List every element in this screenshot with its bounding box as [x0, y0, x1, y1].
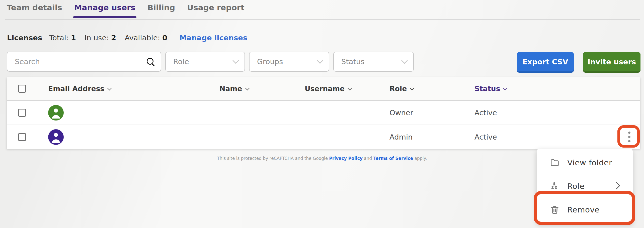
header-email-label: Email Address [48, 85, 104, 93]
filter-row: Role Groups Status [7, 52, 414, 72]
export-csv-button[interactable]: Export CSV [517, 52, 574, 71]
user-avatar [48, 129, 64, 145]
status-cell: Active [474, 108, 640, 117]
chevron-down-icon [232, 57, 239, 64]
table-row: Admin Active [7, 125, 640, 149]
header-email-address[interactable]: Email Address [48, 85, 219, 93]
chevron-down-icon [401, 57, 408, 64]
header-name[interactable]: Name [219, 85, 305, 93]
licenses-summary: Licenses Total: 1 In use: 2 Available: 0… [7, 34, 247, 42]
select-all-checkbox[interactable] [18, 85, 26, 93]
email-cell [48, 129, 219, 145]
status-filter-label: Status [341, 57, 364, 66]
licenses-available: Available: 0 [125, 34, 167, 42]
licenses-in-use-value: 2 [111, 34, 116, 42]
chevron-down-icon [317, 57, 323, 64]
kebab-dot [628, 132, 630, 134]
licenses-available-value: 0 [162, 34, 167, 42]
licenses-total: Total: 1 [49, 34, 76, 42]
row-checkbox[interactable] [18, 133, 26, 141]
menu-item-label: Role [567, 182, 585, 191]
row-checkbox[interactable] [18, 109, 26, 117]
header-role[interactable]: Role [389, 85, 474, 93]
menu-item-label: Remove [567, 205, 600, 214]
role-filter-label: Role [173, 57, 189, 66]
menu-item-role[interactable]: Role [537, 174, 633, 198]
people-icon [550, 181, 560, 191]
licenses-total-value: 1 [71, 34, 76, 42]
search-icon[interactable] [146, 57, 155, 66]
header-status-label: Status [474, 85, 500, 93]
select-all-cell [7, 85, 48, 93]
tab-usage-report[interactable]: Usage report [187, 3, 244, 18]
person-icon [48, 105, 64, 121]
status-cell: Active [474, 133, 640, 141]
role-filter-dropdown[interactable]: Role [165, 52, 245, 72]
recaptcha-text: and [363, 156, 373, 161]
licenses-available-label: Available: [125, 34, 160, 42]
trash-icon [550, 205, 560, 215]
sort-chevron-icon [348, 86, 352, 90]
row-select-cell [7, 133, 48, 141]
person-icon [48, 129, 64, 145]
licenses-total-label: Total: [49, 34, 69, 42]
menu-item-remove[interactable]: Remove [537, 198, 633, 221]
menu-item-view-folder[interactable]: View folder [537, 151, 633, 174]
sort-chevron-icon [503, 86, 508, 90]
tab-divider [5, 19, 640, 20]
email-cell [48, 105, 219, 121]
row-actions-menu: View folder Role [537, 149, 633, 223]
folder-icon [550, 158, 560, 168]
groups-filter-dropdown[interactable]: Groups [249, 52, 329, 72]
search-box [7, 52, 161, 72]
licenses-in-use: In use: 2 [85, 34, 116, 42]
tab-team-details[interactable]: Team details [7, 3, 62, 18]
licenses-in-use-label: In use: [85, 34, 109, 42]
recaptcha-text: apply. [413, 156, 427, 161]
role-cell: Owner [389, 108, 474, 117]
table-header-row: Email Address Name Username Role Status [7, 77, 640, 101]
kebab-dot [628, 136, 630, 138]
invite-users-button[interactable]: Invite users [583, 52, 640, 71]
groups-filter-label: Groups [257, 57, 283, 66]
header-username-label: Username [305, 85, 345, 93]
row-actions-kebab-button[interactable] [621, 130, 637, 144]
tab-manage-users[interactable]: Manage users [74, 3, 135, 18]
sort-chevron-icon [107, 86, 112, 90]
status-filter-dropdown[interactable]: Status [333, 52, 414, 72]
user-avatar [48, 105, 64, 121]
menu-item-label: View folder [567, 158, 612, 167]
chevron-right-icon [615, 181, 621, 191]
kebab-dot [628, 140, 630, 142]
role-cell: Admin [389, 133, 474, 141]
row-select-cell [7, 109, 48, 117]
manage-licenses-link[interactable]: Manage licenses [180, 34, 248, 42]
sort-chevron-icon [410, 86, 414, 90]
recaptcha-text: This site is protected by reCAPTCHA and … [217, 156, 329, 161]
manage-users-page: Team details Manage users Billing Usage … [0, 0, 644, 228]
search-input[interactable] [14, 57, 146, 66]
tab-billing[interactable]: Billing [147, 3, 175, 18]
tab-bar: Team details Manage users Billing Usage … [7, 3, 245, 18]
sort-chevron-icon [245, 86, 250, 90]
users-table: Email Address Name Username Role Status [7, 77, 640, 149]
header-role-label: Role [389, 85, 407, 93]
licenses-title: Licenses [7, 34, 42, 42]
table-row: Owner Active [7, 101, 640, 125]
terms-of-service-link[interactable]: Terms of Service [373, 156, 413, 161]
header-name-label: Name [219, 85, 242, 93]
privacy-policy-link[interactable]: Privacy Policy [329, 156, 363, 161]
header-username[interactable]: Username [305, 85, 389, 93]
header-status[interactable]: Status [474, 85, 640, 93]
